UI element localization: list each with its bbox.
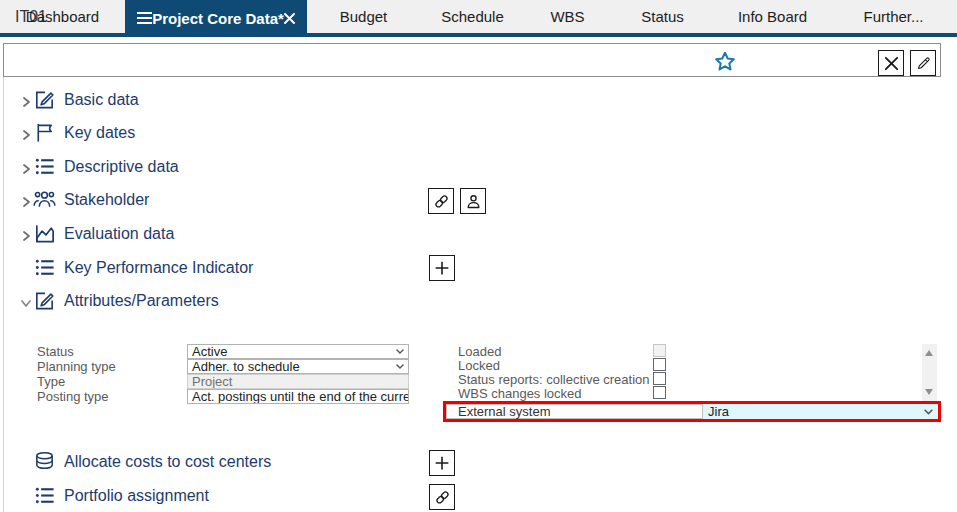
chevron-right-icon[interactable] [20,194,32,206]
plus-icon [433,454,451,472]
status-reports-checkbox[interactable] [653,372,666,385]
scrollbar[interactable] [922,344,937,401]
section-label: Basic data [64,88,139,111]
plus-icon [433,259,451,277]
section-label: Descriptive data [64,155,179,178]
tab-info-board[interactable]: Info Board [715,0,830,37]
tab-label: Project Core Data* [152,10,284,27]
panel-left-border [3,77,4,512]
chevron-right-icon[interactable] [20,127,32,139]
tab-further[interactable]: Further... [830,0,957,37]
tab-close-icon[interactable] [284,10,295,27]
add-kpi-button[interactable] [429,255,455,281]
project-header [3,43,941,77]
tab-dashboard[interactable]: Dashboard [0,0,125,37]
posting-type-select[interactable]: Act. postings until the end of the curre… [187,389,409,404]
chevron-down-icon [395,363,405,370]
add-cost-center-button[interactable] [429,450,455,476]
tab-wbs[interactable]: WBS [525,0,610,37]
tab-label: Dashboard [26,8,99,25]
link-stakeholder-button[interactable] [428,188,454,214]
chevron-right-icon[interactable] [20,94,32,106]
chevron-right-icon[interactable] [20,161,32,173]
tab-label: Schedule [441,8,504,25]
field-label-planning-type: Planning type [37,359,116,374]
wbs-changes-locked-checkbox[interactable] [653,386,666,399]
person-icon [465,193,482,210]
chevron-down-icon[interactable] [20,295,32,307]
chart-icon [33,222,56,245]
edit-button[interactable] [910,50,936,76]
link-icon [433,193,450,210]
tab-schedule[interactable]: Schedule [420,0,525,37]
tab-label: WBS [550,8,584,25]
field-label-status: Status [37,344,74,359]
select-value: Jira [708,404,729,419]
chevron-down-icon [395,348,405,355]
list-icon [33,155,56,178]
tab-label: Further... [863,8,923,25]
checkbox-label-wbs-changes-locked: WBS changes locked [458,386,582,401]
coins-icon [33,450,56,473]
tab-bar: Dashboard Project Core Data* Budget Sche… [0,0,957,37]
chevron-right-icon[interactable] [20,228,32,240]
loaded-checkbox [653,344,666,357]
edit-square-icon [33,289,56,312]
scroll-up-icon[interactable] [925,350,933,356]
field-label-posting-type: Posting type [37,389,109,404]
section-label: Key dates [64,121,135,144]
external-system-label: External system [446,404,703,419]
list-icon [33,256,56,279]
status-select[interactable]: Active [187,344,409,359]
section-label: Evaluation data [64,222,174,245]
select-value: Active [192,344,227,359]
checkbox-label-status-reports: Status reports: collective creation [458,372,649,387]
close-button[interactable] [878,50,904,76]
group-icon [33,188,56,211]
link-portfolio-button[interactable] [429,484,455,510]
select-value: Adher. to schedule [192,359,300,374]
checkbox-label-locked: Locked [458,358,500,373]
checkbox-label-loaded: Loaded [458,344,501,359]
menu-icon[interactable] [137,10,152,27]
tab-project-core-data[interactable]: Project Core Data* [125,0,307,37]
section-label: Portfolio assignment [64,484,209,507]
chevron-down-icon [923,408,934,416]
edit-square-icon [33,88,56,111]
select-value: Act. postings until the end of the curre… [192,389,409,404]
section-label: Stakeholder [64,188,149,211]
scroll-down-icon[interactable] [925,389,933,395]
tab-status[interactable]: Status [610,0,715,37]
section-label: Attributes/Parameters [64,289,219,312]
tab-label: Info Board [738,8,807,25]
field-value: Project [192,374,232,389]
field-label-type: Type [37,374,65,389]
external-system-select[interactable]: Jira [703,404,938,419]
favorite-star-icon[interactable] [712,49,738,75]
type-field: Project [187,374,409,389]
section-label: Key Performance Indicator [64,256,253,279]
locked-checkbox[interactable] [653,358,666,371]
section-label: Allocate costs to cost centers [64,450,271,473]
list-icon [33,484,56,507]
tab-budget[interactable]: Budget [307,0,420,37]
external-system-row-highlight: External system Jira [443,401,941,422]
flag-icon [33,121,56,144]
tab-label: Budget [340,8,388,25]
app-window: Dashboard Project Core Data* Budget Sche… [0,0,957,512]
link-icon [434,489,451,506]
close-icon [883,55,900,72]
pencil-icon [915,55,932,72]
tab-label: Status [641,8,684,25]
assign-person-button[interactable] [460,188,486,214]
planning-type-select[interactable]: Adher. to schedule [187,359,409,374]
